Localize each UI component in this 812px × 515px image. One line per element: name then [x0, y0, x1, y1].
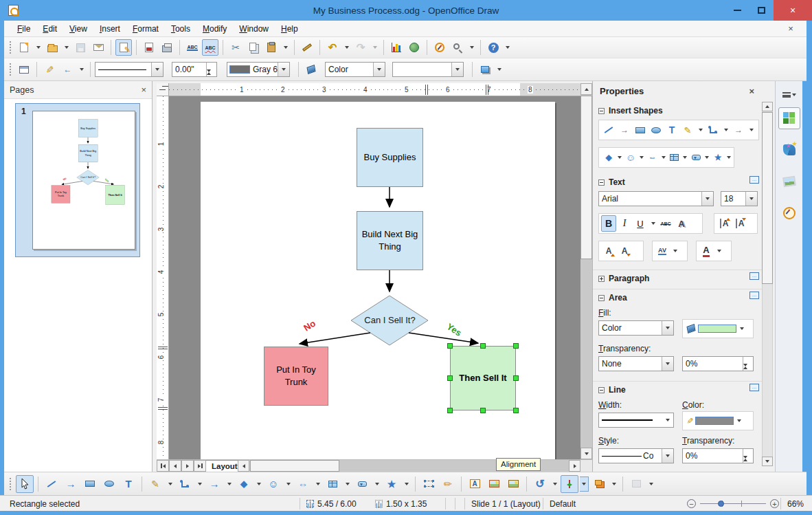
edit-file-button[interactable]: ✎: [115, 39, 132, 56]
curve-dropdown[interactable]: [696, 122, 705, 138]
basic-shapes-button[interactable]: ◆: [235, 475, 253, 493]
menu-format[interactable]: Format: [126, 22, 165, 36]
shadow-text-button[interactable]: A: [674, 215, 689, 232]
selection-handle[interactable]: [447, 343, 453, 349]
toolbar-overflow-dropdown[interactable]: [503, 40, 512, 55]
close-button[interactable]: ×: [774, 0, 812, 21]
paragraph-section-header[interactable]: Paragraph: [598, 274, 649, 283]
underline-button[interactable]: U: [633, 215, 648, 232]
strikethrough-button[interactable]: ABC: [658, 215, 673, 232]
line-tool-button[interactable]: ✎: [41, 61, 58, 78]
node-put-in-toy-trunk[interactable]: Put In Toy Trunk: [264, 347, 328, 406]
open-button[interactable]: [44, 39, 60, 56]
line-width-combo[interactable]: [598, 413, 674, 428]
selection-handle[interactable]: [480, 343, 486, 349]
insert-chart-button[interactable]: [388, 39, 405, 56]
fill-color-dropdown[interactable]: [451, 63, 463, 76]
new-document-button[interactable]: [16, 39, 32, 56]
gallery-button[interactable]: [504, 475, 522, 493]
properties-scrollbar[interactable]: [762, 102, 773, 466]
first-page-button[interactable]: [157, 460, 169, 472]
toolbar-grip[interactable]: [9, 63, 12, 76]
zoom-slider-thumb[interactable]: [718, 501, 724, 507]
zoom-in-button[interactable]: +: [770, 499, 779, 508]
callout-shapes-button[interactable]: [688, 149, 703, 166]
line-color-dropdown2[interactable]: [734, 413, 743, 428]
arrange-button[interactable]: [590, 475, 608, 493]
vertical-scroll-thumb[interactable]: [580, 96, 592, 259]
interaction-button[interactable]: [627, 475, 645, 493]
node-then-sell-it[interactable]: Then Sell It: [450, 346, 516, 410]
line-style-combo[interactable]: [95, 62, 163, 77]
menu-help[interactable]: Help: [275, 22, 304, 36]
toolbar-grip[interactable]: [9, 477, 12, 491]
bold-button[interactable]: B: [601, 215, 616, 232]
collapse-icon[interactable]: [598, 295, 605, 301]
curve-dropdown[interactable]: [166, 476, 174, 492]
toolbar-overflow-dropdown[interactable]: [495, 62, 504, 77]
rectangle-tool-button[interactable]: [81, 475, 99, 493]
open-dropdown[interactable]: [62, 40, 71, 55]
node-build-next-big-thing[interactable]: Build Next Big Thing: [357, 211, 423, 270]
insert-shapes-section-header[interactable]: Insert Shapes: [598, 106, 663, 116]
star-dropdown[interactable]: [726, 150, 732, 165]
sidebar-tab-gallery[interactable]: [778, 139, 800, 161]
rotate-dropdown[interactable]: [550, 476, 559, 492]
vertical-scrollbar[interactable]: [580, 83, 592, 459]
node-can-i-sell-it[interactable]: Can I Sell It?: [357, 303, 423, 338]
connector-dropdown[interactable]: [721, 122, 730, 138]
callout-dropdown[interactable]: [372, 476, 381, 492]
line-width-down[interactable]: [207, 72, 216, 82]
arrange-dropdown[interactable]: [609, 476, 618, 492]
sidebar-tab-navigator[interactable]: [778, 202, 800, 224]
paragraph-dialog-launcher[interactable]: …: [749, 272, 759, 280]
callout-shapes-button[interactable]: [353, 475, 371, 493]
fontwork-button[interactable]: A: [466, 475, 484, 493]
insert-rectangle-button[interactable]: [633, 122, 648, 138]
area-style-button[interactable]: [303, 61, 319, 78]
horizontal-scroll-thumb[interactable]: [250, 460, 339, 472]
print-button[interactable]: [159, 39, 175, 56]
selection-handle[interactable]: [513, 343, 519, 349]
next-page-button[interactable]: [181, 460, 194, 472]
zoom-dropdown[interactable]: [467, 40, 476, 55]
ellipse-tool-button[interactable]: [100, 475, 118, 493]
block-arrows-button[interactable]: ⇔: [294, 475, 312, 493]
basic-shapes-dropdown[interactable]: [254, 476, 263, 492]
callout-dropdown[interactable]: [704, 150, 710, 165]
line-color-swatch[interactable]: [695, 417, 734, 425]
selection-handle[interactable]: [447, 375, 453, 381]
symbol-shapes-button[interactable]: ☺: [264, 475, 282, 493]
line-width-spinner[interactable]: 0.00": [172, 62, 217, 77]
fill-color-combo[interactable]: [392, 62, 464, 77]
save-button[interactable]: [72, 39, 89, 56]
star-dropdown[interactable]: [402, 476, 411, 492]
insert-lines-arrows-button[interactable]: →: [731, 122, 746, 138]
line-dialog-launcher[interactable]: …: [749, 384, 759, 391]
font-size-dropdown[interactable]: [745, 192, 757, 206]
underline-dropdown[interactable]: [649, 216, 657, 231]
zoom-button[interactable]: [449, 39, 466, 56]
navigator-button[interactable]: [431, 39, 448, 56]
transparency-style-combo[interactable]: None: [598, 356, 674, 371]
arrow-tool-button[interactable]: →: [62, 475, 80, 493]
fill-style-combo[interactable]: Color: [325, 62, 385, 77]
menu-view[interactable]: View: [63, 22, 93, 36]
flowchart-shapes-button[interactable]: [324, 475, 341, 493]
pages-panel-close-icon[interactable]: ×: [141, 85, 146, 95]
redo-button[interactable]: ↷: [352, 39, 369, 56]
increase-font-button[interactable]: A: [601, 243, 616, 259]
font-name-dropdown[interactable]: [701, 192, 713, 206]
toolbar-grip[interactable]: [9, 41, 12, 54]
properties-close-icon[interactable]: ×: [749, 86, 754, 96]
connector-tool-button[interactable]: [176, 475, 194, 493]
flowchart-shapes-button[interactable]: [666, 149, 681, 166]
font-size-combo[interactable]: 18: [721, 191, 758, 206]
character-spacing-dropdown[interactable]: [670, 243, 679, 259]
menu-tools[interactable]: Tools: [165, 22, 196, 36]
character-spacing-button[interactable]: AV: [655, 243, 670, 259]
glue-points-button[interactable]: ✎: [439, 475, 457, 493]
transparency-spinner[interactable]: 0%: [682, 356, 754, 371]
cut-button[interactable]: ✂: [227, 39, 244, 56]
line-style-dropdown2[interactable]: [662, 449, 673, 463]
